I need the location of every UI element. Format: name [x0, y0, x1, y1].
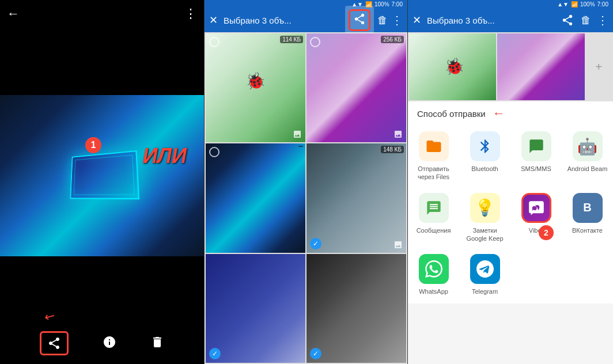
share-arrow-indicator: ←: [493, 106, 505, 121]
panel3-preview-strip: +: [408, 32, 613, 101]
more-button[interactable]: ⋮: [184, 6, 197, 21]
back-button[interactable]: ←: [7, 6, 20, 21]
flowers-type-icon: [393, 130, 403, 139]
chip-image-grid: [206, 143, 305, 252]
step-badge-2: 2: [539, 225, 554, 240]
telegram-label: Telegram: [472, 287, 498, 295]
battery-panel3: 100%: [580, 1, 595, 7]
step-badge-1: 1: [85, 137, 101, 153]
delete-icon: [150, 335, 164, 349]
bluetooth-label: Bluetooth: [471, 165, 498, 173]
panel-share-sheet: ▲▼ 📶 100% 7:00 ✕ Выбрано 3 объ... 🗑 ⋮ + …: [408, 0, 613, 364]
hand-size: 148 КБ: [381, 146, 404, 153]
vk-icon: В: [573, 193, 603, 223]
grid-item-flowers[interactable]: 256 КБ: [306, 33, 406, 142]
grid-item-hand[interactable]: 148 КБ ✓: [306, 143, 406, 252]
ladybug-size: 114 КБ: [280, 36, 303, 43]
hand-checked[interactable]: ✓: [310, 238, 321, 249]
chip-graphic: [70, 150, 139, 199]
info-button[interactable]: [103, 335, 116, 351]
grid-item-keyboard[interactable]: ✓: [306, 254, 406, 363]
share-method-label: Способ отправки: [417, 109, 486, 119]
panel2-share-button[interactable]: ↑: [345, 6, 374, 35]
android-beam-icon: 🤖: [573, 131, 603, 161]
share-viber-button[interactable]: Viber 2: [510, 187, 562, 249]
network-image: [206, 254, 305, 363]
panel-gallery: ▲▼ 📶 100% 7:00 ✕ Выбрано 3 объ... ↑ 🗑 ⋮ …: [204, 0, 408, 364]
chip-image: [0, 95, 204, 256]
share-messages-button[interactable]: Сообщения: [408, 187, 459, 249]
keyboard-checked[interactable]: ✓: [310, 348, 321, 359]
panel2-close-button[interactable]: ✕: [209, 14, 218, 26]
flowers-size: 256 КБ: [381, 36, 404, 43]
keep-icon: 💡: [470, 193, 500, 223]
panel2-more-button[interactable]: ⋮: [391, 13, 403, 27]
bluetooth-icon: [470, 131, 500, 161]
telegram-icon: [470, 254, 500, 284]
viber-icon: [521, 193, 551, 223]
flowers-image: [306, 33, 406, 142]
share-button-highlighted[interactable]: [40, 331, 69, 355]
messages-icon: [419, 193, 449, 223]
ladybug-type-icon: [293, 130, 302, 139]
preview-flowers: [497, 33, 584, 100]
panel2-title: Выбрано 3 объ...: [224, 16, 342, 25]
panel1-topbar: ← ⋮: [0, 0, 204, 28]
arrow-indicator: ↙: [41, 307, 58, 325]
share-sms-button[interactable]: SMS/MMS: [510, 126, 562, 187]
panel3-more-button[interactable]: ⋮: [597, 13, 608, 27]
share-bluetooth-button[interactable]: Bluetooth: [459, 126, 510, 187]
share-vk-button[interactable]: В ВКонтакте: [562, 187, 613, 249]
network-checked[interactable]: ✓: [209, 348, 221, 359]
share-telegram-button[interactable]: Telegram: [459, 248, 510, 301]
vk-label: ВКонтакте: [572, 226, 603, 234]
time-panel3: 7:00: [597, 1, 608, 7]
share-files-button[interactable]: Отправитьчерез Files: [408, 126, 459, 187]
info-icon: [103, 335, 116, 349]
panel3-share-icon[interactable]: [561, 14, 574, 26]
keep-label: ЗаметкиGoogle Keep: [466, 226, 503, 243]
panel2-topbar: ▲▼ 📶 100% 7:00 ✕ Выбрано 3 объ... ↑ 🗑 ⋮: [205, 0, 407, 32]
preview-ladybug: [409, 33, 496, 100]
panel3-delete-button[interactable]: 🗑: [581, 14, 591, 26]
sms-label: SMS/MMS: [521, 165, 551, 173]
files-icon: [419, 131, 449, 161]
ladybug-image: [206, 33, 305, 142]
share-method-row: Способ отправки ←: [408, 101, 613, 123]
flowers-select[interactable]: [310, 37, 320, 47]
ili-text: ИЛИ: [142, 144, 187, 168]
grid-item-network[interactable]: ✓: [206, 254, 305, 363]
share-highlight-box: [349, 9, 370, 31]
hand-type-icon: [393, 240, 403, 249]
share-apps-grid: Отправитьчерез Files Bluetooth SMS/MMS 🤖…: [408, 123, 613, 304]
keyboard-image: [306, 254, 406, 363]
delete-button[interactable]: [150, 335, 164, 351]
share-icon: [47, 336, 61, 350]
panel-image-viewer: ← ⋮ 1 ИЛИ ↙: [0, 0, 204, 364]
messages-label: Сообщения: [417, 226, 451, 234]
share-icon-wrap: ↙: [40, 331, 69, 355]
share-keep-button[interactable]: 💡 ЗаметкиGoogle Keep: [459, 187, 510, 249]
hand-image: [306, 143, 406, 252]
time-panel2: 7:00: [392, 1, 403, 7]
panel3-topbar: ▲▼ 📶 100% 7:00 ✕ Выбрано 3 объ... 🗑 ⋮: [408, 0, 613, 32]
android-beam-label: Android Beam: [567, 165, 608, 173]
whatsapp-icon: [419, 254, 449, 284]
whatsapp-label: WhatsApp: [419, 287, 448, 295]
panel3-title: Выбрано 3 объ...: [427, 16, 558, 25]
share-android-beam-button[interactable]: 🤖 Android Beam: [562, 126, 613, 187]
panel3-close-button[interactable]: ✕: [413, 14, 421, 26]
ladybug-select[interactable]: [209, 37, 220, 47]
panel1-bottombar: ↙: [0, 323, 204, 364]
share-whatsapp-button[interactable]: WhatsApp: [408, 248, 459, 301]
grid-item-ladybug[interactable]: 114 КБ: [206, 33, 305, 142]
share-icon-panel2: [353, 13, 366, 25]
files-label: Отправитьчерез Files: [418, 165, 449, 181]
sms-icon: [521, 131, 551, 161]
panel2-delete-button[interactable]: 🗑: [377, 14, 388, 26]
image-grid: 114 КБ 256 КБ 148 КБ ✓: [205, 32, 407, 364]
grid-item-chip[interactable]: [206, 143, 305, 252]
